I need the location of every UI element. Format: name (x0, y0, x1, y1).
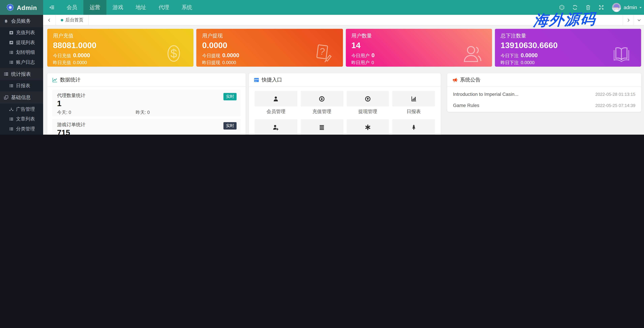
system-notice-header: 系统公告 (447, 73, 641, 87)
nav-item-5[interactable]: 代理 (152, 0, 176, 15)
sidebar-item-label: 基础信息 (11, 94, 31, 101)
today-value: 0 (372, 52, 374, 59)
stat-card-title: 用户充值 (53, 33, 188, 40)
quick-entry-4[interactable]: 日报表 (392, 91, 435, 115)
svg-text:?: ? (319, 46, 325, 57)
quick-entry-panel: 快捷入口 会员管理充值管理提现管理日报表代理管理内容编辑配置管理菜单管理 (249, 73, 440, 135)
tabs-menu-button[interactable] (634, 15, 644, 25)
navbar-tools: admin (555, 0, 644, 15)
quick-entry-label: 提现管理 (346, 109, 389, 115)
bars-icon (319, 124, 325, 130)
sidebar-item-2[interactable]: 统计报表 (0, 68, 43, 80)
top-navbar: Admin 会员运营游戏地址代理系统 admin (0, 0, 644, 15)
today-stat: 今天: 0 (57, 109, 136, 116)
quick-entry-label: 日报表 (392, 109, 435, 115)
sidebar-subitem-3-4[interactable]: 语言配置 (0, 134, 43, 135)
sidebar-toggle-button[interactable] (43, 0, 60, 15)
notice-text: Game Rules (453, 103, 480, 107)
bullhorn-icon (452, 77, 458, 83)
yesterday-label: 昨日用户 (351, 60, 369, 66)
data-statistics-header: 数据统计 (47, 73, 246, 87)
sidebar-subitem-1-1[interactable]: 充值列表 (0, 28, 43, 38)
avatar[interactable] (612, 3, 621, 12)
notice-item-1[interactable]: Introduction to Imperial Casin...2022-05… (453, 88, 636, 100)
tabs-scroll-right-button[interactable] (622, 15, 633, 25)
quick-entry-3[interactable]: 提现管理 (346, 91, 389, 115)
trash-icon (585, 5, 591, 10)
user-name[interactable]: admin (624, 5, 637, 10)
yesterday-value: 0.0000 (222, 60, 236, 65)
stat-card-title: 用户提现 (202, 33, 337, 40)
hexagon-icon (559, 5, 565, 10)
trash-button[interactable] (582, 0, 595, 15)
notice-item-2[interactable]: Game Rules2022-05-25 07:14:39 (453, 100, 636, 111)
stat-card-title: 用户数量 (351, 33, 486, 40)
refresh-icon (572, 5, 578, 10)
quick-entry-tile (300, 91, 343, 107)
quick-entry-tile (346, 119, 389, 135)
content-area: 用户充值88081.0000今日充值0.0000昨日充值0.0000$用户提现0… (43, 25, 644, 135)
notice-time: 2022-05-28 01:13:15 (595, 91, 636, 96)
yesterday-value: 0.0000 (73, 60, 87, 65)
quick-entry-6[interactable]: 内容编辑 (300, 119, 343, 135)
nav-item-3[interactable]: 游戏 (106, 0, 130, 15)
sidebar-subitem-1-4[interactable]: 账户日志 (0, 57, 43, 67)
yesterday-label: 昨日充值 (53, 60, 71, 66)
today-label: 今日下注 (500, 53, 519, 59)
sidebar-subitem-1-2[interactable]: 提现列表 (0, 38, 43, 47)
sidebar-submenu-1: 充值列表提现列表划转明细账户日志 (0, 27, 43, 68)
sidebar-subitem-3-3[interactable]: 分类管理 (0, 124, 43, 134)
sidebar-section-2: 统计报表日报表 (0, 68, 43, 91)
quick-entry-5[interactable]: 代理管理 (254, 119, 297, 135)
window-icon (254, 77, 259, 83)
nav-item-6[interactable]: 系统 (176, 0, 198, 15)
ad-icon (9, 107, 14, 111)
yesterday-value: 0 (372, 60, 374, 65)
quick-entry-7[interactable]: 配置管理 (346, 119, 389, 135)
quick-entry-tile (254, 119, 297, 135)
quick-entry-header: 快捷入口 (249, 73, 440, 87)
sidebar-section-1: ฿会员账务充值列表提现列表划转明细账户日志 (0, 15, 43, 68)
sidebar-item-1[interactable]: ฿会员账务 (0, 15, 43, 27)
nav-item-2[interactable]: 运营 (84, 0, 106, 15)
sidebar-item-label: 会员账务 (11, 18, 31, 25)
yesterday-label: 昨日提现 (202, 60, 220, 66)
quick-entry-tile (346, 91, 389, 107)
sidebar-item-3[interactable]: 基础信息 (0, 91, 43, 104)
list-icon (4, 72, 8, 76)
tabs-scroll-left-button[interactable] (43, 15, 56, 25)
yesterday-value: 0.0000 (521, 60, 534, 65)
chevron-down-icon (637, 18, 641, 22)
quick-entry-1[interactable]: 会员管理 (254, 91, 297, 115)
stat-block-title: 游戏订单统计 (57, 122, 236, 128)
tab-label: 后台首页 (66, 17, 84, 23)
chevron-left-icon (47, 18, 51, 22)
nav-item-4[interactable]: 地址 (130, 0, 152, 15)
quick-entry-label: 充值管理 (300, 109, 343, 115)
quick-entry-2[interactable]: 充值管理 (300, 91, 343, 115)
today-value: 0.0000 (73, 52, 90, 59)
today-value: 0.0000 (521, 52, 538, 59)
main-nav: 会员运营游戏地址代理系统 (43, 0, 198, 15)
system-notice-panel: 系统公告 Introduction to Imperial Casin...20… (447, 73, 641, 112)
sidebar-subitem-label: 账户日志 (16, 59, 35, 65)
hexagon-button[interactable] (555, 0, 568, 15)
dollar-icon: $ (163, 43, 184, 64)
app-logo[interactable]: Admin (0, 0, 43, 15)
list-icon (9, 117, 14, 121)
tab-home[interactable]: 后台首页 (56, 15, 89, 25)
caret-down-icon[interactable] (638, 6, 642, 9)
expand-button[interactable] (595, 0, 608, 15)
today-value: 0.0000 (222, 52, 239, 59)
nav-item-1[interactable]: 会员 (60, 0, 84, 15)
book-icon (611, 43, 632, 64)
list-icon (9, 126, 14, 131)
sidebar-subitem-3-2[interactable]: 文章列表 (0, 114, 43, 124)
sidebar-subitem-3-1[interactable]: 广告管理 (0, 104, 43, 114)
yesterday-stat: 昨天: 0 (136, 109, 150, 116)
refresh-button[interactable] (568, 0, 582, 15)
sidebar-subitem-1-3[interactable]: 划转明细 (0, 47, 43, 57)
quick-entry-8[interactable]: 菜单管理 (392, 119, 435, 135)
realtime-badge: 实时 (224, 93, 236, 100)
sidebar-subitem-2-1[interactable]: 日报表 (0, 81, 43, 91)
